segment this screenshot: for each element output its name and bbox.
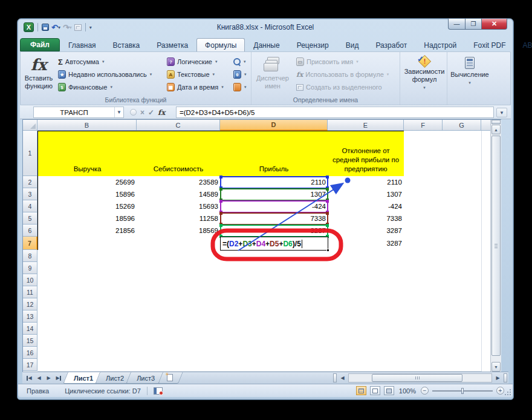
cell-C3[interactable]: 14589 (137, 188, 221, 201)
cell-D4[interactable]: -424 (220, 200, 328, 213)
next-sheet-button[interactable]: ▶ (44, 373, 53, 382)
row-header-17[interactable]: 17 (23, 359, 37, 371)
row-header-7[interactable]: 7 (23, 237, 37, 250)
name-manager-button[interactable]: Диспетчер имен (254, 54, 291, 96)
cell-F8[interactable] (404, 250, 443, 263)
row-header-3[interactable]: 3 (23, 188, 37, 200)
cell-B9[interactable] (37, 262, 137, 275)
page-break-view-button[interactable] (384, 386, 394, 395)
first-sheet-button[interactable]: ◀ (25, 373, 34, 382)
cell-C16[interactable] (137, 347, 221, 359)
cell-F17[interactable] (404, 359, 443, 372)
insert-function-button[interactable]: fx Вставить функцию (22, 54, 56, 96)
cell-C11[interactable] (137, 286, 221, 299)
cell-G4[interactable] (443, 200, 482, 213)
cell-E3[interactable]: 1307 (328, 188, 404, 201)
cell-F16[interactable] (404, 347, 443, 359)
cell-G11[interactable] (443, 286, 482, 299)
horizontal-scroll-thumb[interactable] (372, 374, 462, 382)
cell-G3[interactable] (443, 188, 482, 201)
cell-G10[interactable] (443, 274, 482, 287)
autosum-button[interactable]: Σ Автосумма▾ (58, 56, 104, 68)
cell-B4[interactable]: 15269 (37, 200, 137, 213)
cell-B1[interactable]: Выручка (37, 131, 137, 177)
cell-C15[interactable] (137, 335, 221, 347)
macro-record-icon[interactable] (154, 387, 163, 395)
cancel-entry-button[interactable]: × (140, 108, 144, 117)
cell-D2[interactable]: 2110 (220, 176, 328, 189)
cell-B17[interactable] (37, 359, 137, 372)
cell-F7[interactable] (404, 237, 443, 251)
prev-sheet-button[interactable]: ◀ (34, 373, 44, 382)
cell-C8[interactable] (137, 250, 221, 263)
row-header-1[interactable]: 1 (23, 131, 37, 176)
cell-B5[interactable]: 18596 (37, 212, 137, 225)
ribbon-tab-10[interactable]: Надстрой (415, 38, 465, 51)
cell-C9[interactable] (137, 262, 221, 275)
insert-sheet-button[interactable] (160, 372, 181, 384)
ribbon-tab-7[interactable]: Рецензир (288, 38, 337, 51)
cell-C13[interactable] (137, 310, 221, 323)
cell-E17[interactable] (328, 359, 404, 372)
cell-D14[interactable] (220, 323, 328, 335)
cell-E14[interactable] (328, 323, 404, 335)
cell-B2[interactable]: 25699 (37, 176, 137, 189)
cell-D8[interactable] (220, 250, 328, 263)
cell-F14[interactable] (404, 323, 443, 335)
define-name-button[interactable]: ▭ Присвоить имя▾ (296, 56, 358, 68)
cell-F2[interactable] (404, 176, 443, 189)
financial-button[interactable]: $ Финансовые▾ (58, 81, 112, 93)
cell-G5[interactable] (443, 212, 482, 225)
row-header-14[interactable]: 14 (23, 323, 37, 335)
tab-split-handle[interactable] (333, 373, 337, 382)
cell-F9[interactable] (404, 262, 443, 275)
last-sheet-button[interactable]: ▶ (54, 373, 63, 382)
cell-E2[interactable]: 2110 (328, 176, 404, 189)
cell-D3[interactable]: 1307 (220, 188, 328, 201)
cell-G2[interactable] (443, 176, 482, 189)
cell-C2[interactable]: 23589 (137, 176, 221, 189)
undo-button[interactable]: ↶▾ (51, 23, 60, 32)
zoom-slider-handle[interactable] (461, 388, 464, 394)
cell-B8[interactable] (37, 250, 137, 263)
horizontal-scrollbar[interactable] (348, 373, 492, 382)
vertical-scroll-thumb[interactable] (491, 136, 501, 356)
calculation-button[interactable]: Вычисление ▾ (451, 54, 488, 96)
cell-E6[interactable]: 3287 (328, 225, 404, 237)
cell-C4[interactable]: 15693 (137, 200, 221, 213)
column-header-D[interactable]: D (220, 120, 328, 131)
cell-F10[interactable] (404, 274, 443, 287)
name-box[interactable]: ТРАНСП ▼ (33, 107, 124, 118)
cell-E1[interactable]: Отклонение от средней прибыли по предпри… (328, 131, 404, 177)
cell-E16[interactable] (328, 347, 404, 359)
row-header-11[interactable]: 11 (23, 286, 37, 298)
cell-E12[interactable] (328, 298, 404, 311)
title-bar[interactable]: X ↶▾ ↷▾ ▾ Книга88.xlsx - Microsoft Excel… (18, 19, 513, 36)
cell-B13[interactable] (37, 310, 137, 323)
cell-G7[interactable] (443, 237, 482, 251)
resize-grip[interactable] (505, 389, 511, 395)
fill-handle[interactable] (326, 249, 329, 252)
row-header-2[interactable]: 2 (23, 176, 37, 188)
column-header-B[interactable]: B (37, 120, 137, 131)
cell-C6[interactable]: 18569 (137, 225, 221, 237)
cell-F4[interactable] (404, 200, 443, 213)
cell-E10[interactable] (328, 274, 404, 287)
recently-used-button[interactable]: ★ Недавно использовались▾ (58, 68, 152, 80)
chevron-down-icon[interactable]: ▼ (114, 107, 123, 117)
cell-B3[interactable]: 15896 (37, 188, 137, 201)
column-header-partial[interactable] (481, 120, 491, 131)
save-button[interactable] (42, 24, 49, 31)
cell-C17[interactable] (137, 359, 221, 372)
ribbon-tab-2[interactable]: Главная (60, 38, 105, 51)
row-header-13[interactable]: 13 (23, 310, 37, 323)
cell-D9[interactable] (220, 262, 328, 275)
scroll-right-button[interactable]: ▶ (493, 373, 502, 382)
vertical-scrollbar[interactable]: ▲ ▼ (490, 120, 501, 372)
more-functions-button[interactable]: ▾ (233, 81, 247, 93)
cell-B11[interactable] (37, 286, 137, 299)
cell-G12[interactable] (443, 298, 482, 311)
cell-E5[interactable]: 7338 (328, 212, 404, 225)
ribbon-tab-8[interactable]: Вид (337, 38, 368, 51)
cell-E15[interactable] (328, 335, 404, 347)
